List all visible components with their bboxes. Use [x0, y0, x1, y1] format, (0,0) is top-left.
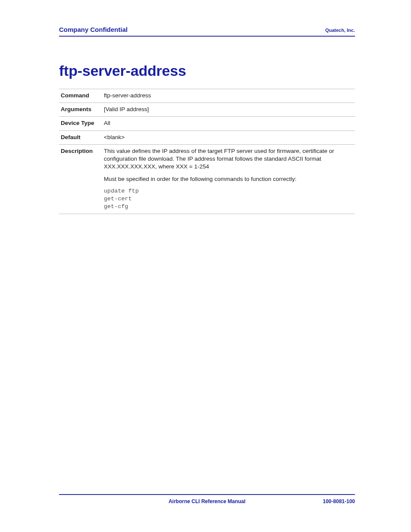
- description-command-list: update ftp get-cert get-cfg: [104, 187, 353, 211]
- label-description: Description: [59, 144, 102, 214]
- row-default: Default <blank>: [59, 131, 355, 144]
- command-title: ftp-server-address: [59, 62, 355, 79]
- footer-manual-title: Airborne CLI Reference Manual: [111, 498, 303, 504]
- footer-doc-number: 100-8081-100: [303, 498, 355, 504]
- row-arguments: Arguments [Valid IP address]: [59, 103, 355, 117]
- row-description: Description This value defines the IP ad…: [59, 144, 355, 214]
- row-device-type: Device Type All: [59, 117, 355, 131]
- page-header: Company Confidential Quatech, Inc.: [59, 26, 355, 37]
- value-command: ftp-server-address: [102, 89, 355, 103]
- cmd-update-ftp: update ftp: [104, 187, 353, 195]
- cmd-get-cfg: get-cfg: [104, 203, 353, 211]
- label-device-type: Device Type: [59, 117, 102, 131]
- cmd-get-cert: get-cert: [104, 195, 353, 203]
- description-para2: Must be specified in order for the follo…: [104, 175, 353, 183]
- header-company: Quatech, Inc.: [325, 28, 355, 33]
- command-spec-table: Command ftp-server-address Arguments [Va…: [59, 89, 355, 214]
- label-default: Default: [59, 131, 102, 144]
- header-confidentiality: Company Confidential: [59, 26, 128, 33]
- page: Company Confidential Quatech, Inc. ftp-s…: [0, 0, 411, 532]
- page-footer: Airborne CLI Reference Manual 100-8081-1…: [59, 494, 355, 504]
- description-para1: This value defines the IP address of the…: [104, 147, 353, 171]
- row-command: Command ftp-server-address: [59, 89, 355, 103]
- value-arguments: [Valid IP address]: [102, 103, 355, 117]
- label-arguments: Arguments: [59, 103, 102, 117]
- value-default: <blank>: [102, 131, 355, 144]
- label-command: Command: [59, 89, 102, 103]
- value-device-type: All: [102, 117, 355, 131]
- value-description: This value defines the IP address of the…: [102, 144, 355, 214]
